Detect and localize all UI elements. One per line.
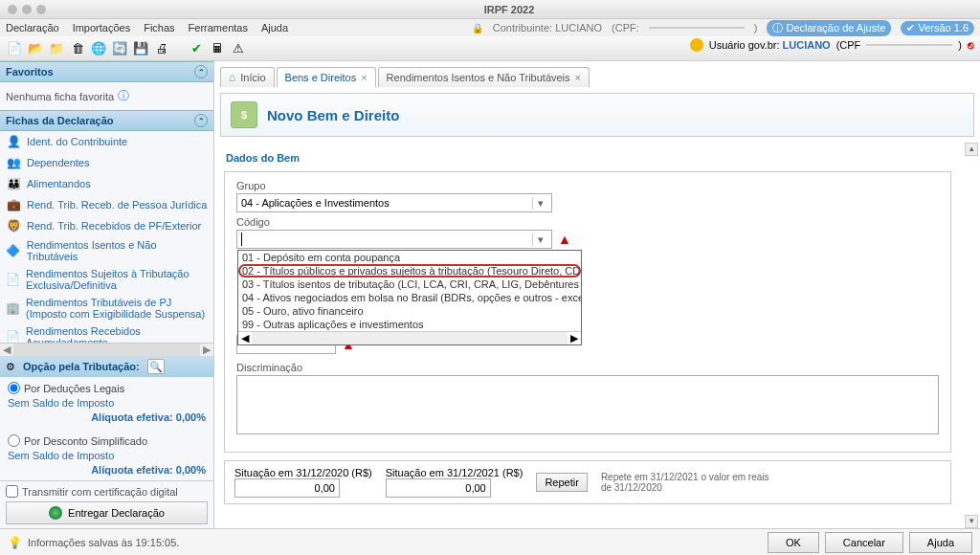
ficha-item[interactable]: 🔷Rendimentos Isentos e Não Tributáveis <box>0 236 213 265</box>
tb-new-icon[interactable]: 📄 <box>6 40 23 57</box>
menu-ferramentas[interactable]: Ferramentas <box>189 22 248 33</box>
menu-ajuda[interactable]: Ajuda <box>261 22 288 33</box>
tb-check-icon[interactable]: ✔ <box>188 40 205 57</box>
tb-save-icon[interactable]: 💾 <box>132 40 149 57</box>
favoritos-empty: Nenhuma ficha favorita <box>0 82 213 110</box>
codigo-dropdown: 01 - Depósito em conta poupança 02 - Tít… <box>237 250 582 345</box>
ficha-item[interactable]: 📄Rendimentos Recebidos Acumuladamente <box>0 322 213 343</box>
status-msg: Informações salvas às 19:15:05. <box>28 537 762 548</box>
dropdown-option[interactable]: 02 - Títulos públicos e privados sujeito… <box>238 264 581 278</box>
favoritos-header[interactable]: Favoritos⌃ <box>0 61 213 82</box>
chevron-down-icon: ▾ <box>532 197 547 210</box>
versao-badge[interactable]: ✔Versão 1.6 <box>901 21 974 35</box>
v-scrollbar[interactable]: ▴ ▾ <box>965 143 978 528</box>
userbar-cpf <box>866 44 952 46</box>
userbar-label: Usuário gov.br: LUCIANO <box>709 39 831 51</box>
codigo-label: Código <box>236 216 939 228</box>
cpf-field <box>649 27 745 29</box>
menu-importacoes[interactable]: Importações <box>73 22 131 33</box>
traffic-lights <box>8 5 46 14</box>
doc-icon: 📄 <box>6 272 20 287</box>
situacao-row: Situação em 31/12/2020 (R$) Situação em … <box>224 460 951 504</box>
tab-bens[interactable]: Bens e Direitos× <box>277 67 376 87</box>
grupo-label: Grupo <box>236 180 939 191</box>
ficha-item[interactable]: 👤Ident. do Contribuinte <box>0 131 213 152</box>
close-icon[interactable]: × <box>361 72 367 83</box>
dropdown-option[interactable]: 05 - Ouro, ativo financeiro <box>238 304 581 318</box>
discriminacao-label: Discriminação <box>236 362 939 373</box>
cancel-button[interactable]: Cancelar <box>825 532 903 553</box>
saldo-text: Sem Saldo de Imposto <box>8 450 206 461</box>
help-button[interactable]: Ajuda <box>909 532 972 553</box>
avatar-icon <box>690 38 703 52</box>
tb-print-icon[interactable]: 🖨 <box>153 40 170 57</box>
exit-button[interactable]: ⎋ <box>968 39 974 51</box>
fichas-header[interactable]: Fichas da Declaração⌃ <box>0 110 213 131</box>
menubar: Declaração Importações Fichas Ferramenta… <box>0 19 980 36</box>
bulb-icon <box>8 536 22 549</box>
ficha-item[interactable]: 📄Rendimentos Sujeitos à Tributação Exclu… <box>0 265 213 294</box>
menu-fichas[interactable]: Fichas <box>144 22 174 33</box>
statusbar: Informações salvas às 19:15:05. OK Cance… <box>0 528 980 555</box>
tb-calc-icon[interactable]: 🖩 <box>209 40 226 57</box>
dropdown-option[interactable]: 04 - Ativos negociados em bolsa no Brasi… <box>238 291 581 304</box>
menu-declaracao[interactable]: Declaração <box>6 22 59 33</box>
dropdown-option[interactable]: 99 - Outras aplicações e investimentos <box>238 318 581 331</box>
ficha-item[interactable]: 🦁Rend. Trib. Recebidos de PF/Exterior <box>0 215 213 236</box>
tb-globe-icon[interactable]: 🌐 <box>90 40 107 57</box>
building-icon: 🏢 <box>6 300 20 316</box>
opcao-header: ⚙Opção pela Tributação: 🔍 <box>0 356 213 377</box>
info-icon <box>772 21 783 35</box>
tb-refresh-icon[interactable]: 🔄 <box>111 40 128 57</box>
titlebar: IRPF 2022 <box>0 0 980 19</box>
search-button[interactable]: 🔍 <box>147 359 165 374</box>
aliquota-text: Alíquota efetiva: 0,00% <box>8 411 206 423</box>
opcao-body: Por Deduções Legais Sem Saldo de Imposto… <box>0 377 213 480</box>
ficha-item[interactable]: 💼Rend. Trib. Receb. de Pessoa Jurídica <box>0 194 213 215</box>
repetir-button[interactable]: Repetir <box>536 473 587 492</box>
transmitir-checkbox[interactable]: Transmitir com certificação digital <box>6 485 208 498</box>
sit2-label: Situação em 31/12/2021 (R$) <box>386 467 523 478</box>
page-header: $ Novo Bem e Direito <box>220 93 974 137</box>
fieldset-bem: Grupo 04 - Aplicações e Investimentos▾ C… <box>224 171 951 453</box>
tb-trash-icon[interactable]: 🗑 <box>69 40 86 57</box>
radio-simplificado[interactable]: Por Desconto Simplificado <box>8 434 206 447</box>
grupo-select[interactable]: 04 - Aplicações e Investimentos▾ <box>236 193 552 212</box>
home-icon <box>229 71 235 84</box>
repetir-help: Repete em 31/12/2021 o valor em reais de… <box>601 472 773 493</box>
ficha-item[interactable]: 👪Alimentandos <box>0 173 213 194</box>
dropdown-option[interactable]: 01 - Depósito em conta poupança <box>238 251 581 264</box>
close-icon[interactable]: × <box>575 72 581 83</box>
entregar-button[interactable]: Entregar Declaração <box>6 501 208 524</box>
userbar-cpf-label: (CPF <box>836 39 861 51</box>
ajuste-badge[interactable]: Declaração de Ajuste <box>767 20 891 36</box>
doc-icon: 📄 <box>6 329 20 343</box>
tabs: Início Bens e Direitos× Rendimentos Isen… <box>214 61 980 87</box>
lock-icon <box>472 22 483 33</box>
codigo-select[interactable]: ▾ 01 - Depósito em conta poupança 02 - T… <box>236 230 552 249</box>
info-icon[interactable] <box>118 88 129 104</box>
chevron-up-icon[interactable]: ⌃ <box>194 65 208 78</box>
ok-button[interactable]: OK <box>768 532 819 553</box>
discriminacao-input[interactable] <box>236 375 939 434</box>
lion-icon: 🦁 <box>6 218 21 233</box>
ficha-item[interactable]: 🏢Rendimentos Tributáveis de PJ (Imposto … <box>0 294 213 322</box>
ficha-item[interactable]: 👥Dependentes <box>0 152 213 173</box>
saldo-text: Sem Saldo de Imposto <box>8 397 206 409</box>
tb-warn-icon[interactable]: ⚠ <box>230 40 247 57</box>
h-scrollbar[interactable]: ◀▶ <box>0 343 213 356</box>
radio-deducoes[interactable]: Por Deduções Legais <box>8 382 206 394</box>
h-scrollbar[interactable]: ◀▶ <box>238 331 581 344</box>
sit1-input[interactable] <box>234 478 340 498</box>
tab-rendimentos[interactable]: Rendimentos Isentos e Não Tributáveis× <box>378 67 590 87</box>
tb-open-icon[interactable]: 📂 <box>27 40 44 57</box>
cpf-label: (CPF: <box>612 22 639 33</box>
dropdown-option[interactable]: 03 - Títulos isentos de tributação (LCI,… <box>238 278 581 291</box>
briefcase-icon: 💼 <box>6 197 21 212</box>
sit2-input[interactable] <box>386 478 491 498</box>
tab-inicio[interactable]: Início <box>220 67 275 87</box>
window-title: IRPF 2022 <box>46 4 972 15</box>
tb-open2-icon[interactable]: 📁 <box>48 40 65 57</box>
people-icon: 👥 <box>6 155 21 170</box>
chevron-up-icon[interactable]: ⌃ <box>194 114 208 127</box>
